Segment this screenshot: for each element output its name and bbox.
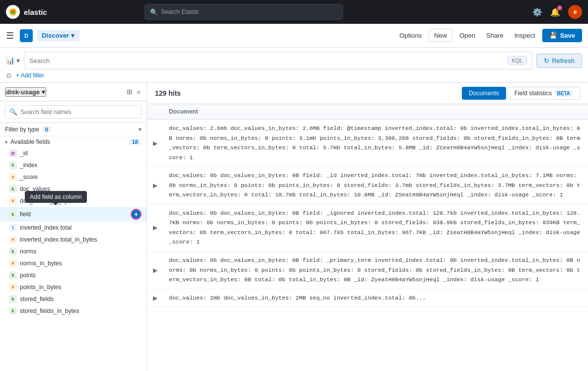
add-field-button[interactable]: + — [131, 209, 142, 220]
list-item[interactable]: #points_in_bytes — [0, 281, 147, 293]
svg-point-2 — [11, 11, 15, 14]
chevron-down-icon-search: ▾ — [16, 57, 20, 64]
app-icon: D — [20, 29, 33, 42]
beta-badge: BETA — [555, 90, 573, 97]
main-layout: disk-usage ▾ ⊞ « 🔍 Filter by type 0 ▾ ▾ … — [0, 83, 588, 371]
kql-badge[interactable]: KQL — [507, 56, 527, 65]
index-header: disk-usage ▾ ⊞ « — [0, 83, 147, 101]
field-name-label: field — [20, 211, 128, 218]
field-type-icon: k — [9, 161, 17, 169]
filter-type-row[interactable]: Filter by type 0 ▾ — [0, 123, 147, 136]
expand-row-button[interactable]: ▶ — [153, 295, 157, 302]
content-area: 129 hits Documents Field statistics BETA… — [147, 83, 588, 371]
list-item[interactable]: kdoc_values — [0, 183, 147, 195]
field-name-label: inverted_index.total — [20, 224, 142, 231]
tab-field-statistics[interactable]: Field statistics BETA — [507, 87, 580, 100]
app-bar-actions: Options New Open Share Inspect 💾 Save — [395, 29, 582, 42]
field-search-wrap: 🔍 — [5, 105, 142, 119]
field-name-label: points_in_bytes — [20, 284, 142, 291]
field-type-icon: k — [9, 295, 17, 303]
filter-icon: ⊙ — [6, 71, 12, 79]
list-item[interactable]: tinverted_index.total — [0, 222, 147, 234]
refresh-button[interactable]: ↻ Refresh — [536, 54, 582, 68]
doc-content-cell: doc_values: 0b doc_values_in_bytes: 0B f… — [163, 204, 588, 251]
index-grid-icon[interactable]: ⊞ — [126, 87, 134, 97]
save-button[interactable]: 💾 Save — [542, 29, 582, 42]
inspect-button[interactable]: Inspect — [511, 30, 539, 41]
tab-documents[interactable]: Documents — [462, 87, 506, 100]
field-name-label: _index — [20, 162, 142, 169]
list-item[interactable]: knorms — [0, 246, 147, 257]
index-collapse-icon[interactable]: « — [136, 87, 142, 97]
sidebar: disk-usage ▾ ⊞ « 🔍 Filter by type 0 ▾ ▾ … — [0, 83, 147, 371]
field-name-label: doc_values_in_bytes — [20, 197, 142, 204]
field-name-label: stored_fields — [20, 296, 142, 303]
available-fields-count: 18 — [129, 139, 142, 145]
new-button[interactable]: New — [429, 29, 452, 42]
chevron-down-icon: ▾ — [71, 32, 74, 39]
field-type-icon: t — [9, 224, 17, 232]
index-actions: ⊞ « — [126, 87, 142, 97]
field-type-icon: # — [9, 236, 17, 244]
list-item[interactable]: kstored_fields — [0, 293, 147, 305]
notifications-icon[interactable]: 🔔 ! — [550, 7, 560, 17]
field-type-icon: # — [9, 283, 17, 291]
list-item[interactable]: @_id — [0, 147, 147, 159]
settings-icon[interactable]: ⚙️ — [532, 7, 542, 17]
search-input[interactable] — [29, 57, 507, 64]
discover-button[interactable]: Discover ▾ — [37, 30, 79, 41]
field-name-label: inverted_index.total_in_bytes — [20, 236, 142, 243]
search-bar-section: 📊 ▾ KQL ↻ Refresh ⊙ + Add filter — [0, 48, 588, 83]
expand-row-button[interactable]: ▶ — [153, 224, 157, 231]
field-type-icon: k — [9, 210, 17, 218]
field-search-section: 🔍 — [0, 101, 147, 123]
field-name-label: doc_values — [20, 186, 142, 192]
add-filter-button[interactable]: + Add filter — [16, 72, 44, 79]
doc-content-cell: doc_values: 0b doc_values_in_bytes: 0B f… — [163, 167, 588, 204]
list-item[interactable]: #_score — [0, 171, 147, 183]
field-type-icon: # — [9, 197, 17, 205]
field-name-label: norms_in_bytes — [20, 260, 142, 267]
field-type-icon: # — [9, 173, 17, 181]
content-header: 129 hits Documents Field statistics BETA — [147, 83, 588, 104]
list-item[interactable]: kstored_fields_in_bytes — [0, 305, 147, 317]
hamburger-menu[interactable]: ☰ — [6, 30, 14, 41]
filter-type-badge: 0 — [42, 126, 51, 132]
filter-arrow-icon: ▾ — [139, 126, 142, 133]
field-type-icon: @ — [9, 149, 17, 157]
table-row: ▶doc_values: 2mb doc_values_in_bytes: 2M… — [147, 289, 588, 307]
field-name-label: norms — [20, 248, 142, 255]
table-row: ▶doc_values: 0b doc_values_in_bytes: 0B … — [147, 251, 588, 289]
expand-row-button[interactable]: ▶ — [153, 140, 157, 147]
chevron-down-icon-index: ▾ — [42, 88, 45, 96]
doc-content-cell: doc_values: 2mb doc_values_in_bytes: 2MB… — [163, 289, 588, 307]
search-type-selector[interactable]: 📊 ▾ — [6, 57, 20, 64]
results-area: Document ▶doc_values: 2.6mb doc_values_i… — [147, 104, 588, 371]
list-item[interactable]: kfieldAdd field as column+ — [0, 207, 147, 222]
user-avatar[interactable]: e — [568, 5, 582, 19]
search-bar-top[interactable]: 🔍 Search Elastic — [145, 4, 343, 20]
search-type-icon: 📊 — [6, 57, 14, 64]
list-item[interactable]: #doc_values_in_bytes — [0, 195, 147, 207]
expand-row-button[interactable]: ▶ — [153, 267, 157, 274]
field-type-icon: k — [9, 185, 17, 193]
list-item[interactable]: #norms_in_bytes — [0, 257, 147, 269]
search-icon-top: 🔍 — [150, 8, 158, 16]
available-fields-header[interactable]: ▾ Available fields 18 — [0, 136, 147, 147]
list-item[interactable]: #inverted_index.total_in_bytes — [0, 234, 147, 246]
field-search-input[interactable] — [20, 109, 137, 116]
index-name-button[interactable]: disk-usage ▾ — [5, 87, 46, 97]
doc-content-cell: doc_values: 0b doc_values_in_bytes: 0B f… — [163, 251, 588, 289]
field-name-label: points — [20, 272, 142, 279]
filter-row: ⊙ + Add filter — [6, 69, 582, 80]
share-button[interactable]: Share — [482, 30, 508, 41]
available-fields-arrow: ▾ — [5, 139, 7, 145]
top-nav: elastic 🔍 Search Elastic ⚙️ 🔔 ! e — [0, 0, 588, 24]
list-item[interactable]: k_index — [0, 159, 147, 171]
list-item[interactable]: kpoints — [0, 269, 147, 281]
options-button[interactable]: Options — [395, 30, 426, 41]
field-type-icon: k — [9, 247, 17, 255]
open-button[interactable]: Open — [455, 30, 479, 41]
expand-row-button[interactable]: ▶ — [153, 182, 157, 189]
save-icon: 💾 — [549, 32, 557, 39]
